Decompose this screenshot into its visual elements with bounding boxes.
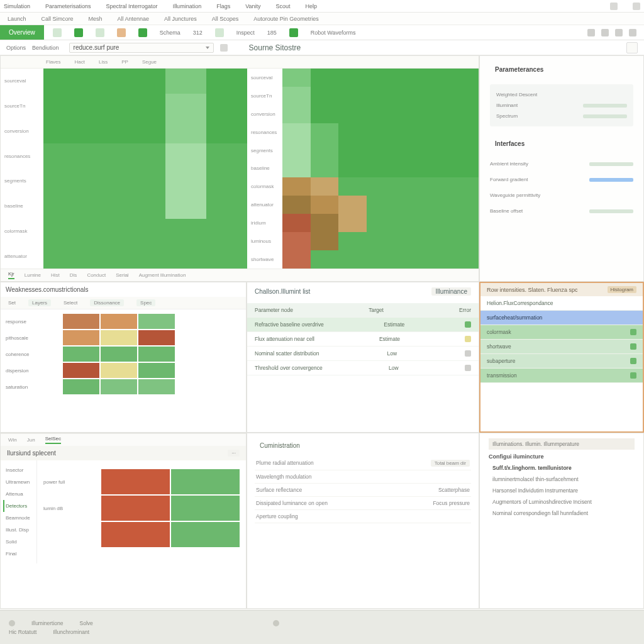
search-icon[interactable] xyxy=(610,3,618,10)
slider[interactable] xyxy=(583,104,627,108)
play-icon[interactable] xyxy=(74,28,83,37)
layers-icon[interactable] xyxy=(215,28,224,37)
row-label: sourceTn xyxy=(247,87,282,105)
menu-item[interactable]: Illumination xyxy=(173,3,202,9)
nav-item[interactable]: Final xyxy=(3,548,34,560)
matrix-title: Weaknesses.comustrictionals xyxy=(1,282,246,297)
row-label: attenuator xyxy=(1,243,43,269)
table-row[interactable]: Aperture coupling xyxy=(255,510,471,523)
detail-row[interactable]: subaperture xyxy=(480,354,643,369)
maximize-icon[interactable] xyxy=(615,29,623,36)
help-icon[interactable] xyxy=(587,29,595,36)
menu-item[interactable]: Help xyxy=(306,3,318,9)
outline-item[interactable]: ilumninertmolacel thin-surfacehment xyxy=(489,474,635,485)
tab[interactable]: SelSec xyxy=(45,436,61,444)
quick-item[interactable]: All Junctures xyxy=(164,16,197,22)
detail-title: Row intensities. Slaten. Fluenza spc xyxy=(487,287,578,293)
menu-item[interactable]: Spectral Interrogator xyxy=(106,3,158,9)
tab[interactable]: Kjr xyxy=(8,271,14,279)
outline-item[interactable]: Suff.t/x.linghorm. temllunistore xyxy=(489,462,635,474)
axis-label: Segue xyxy=(142,59,157,65)
tab[interactable]: Jun xyxy=(27,437,35,443)
list-row[interactable]: Threshold over convergenceLow xyxy=(247,361,479,375)
col-header[interactable]: Spec xyxy=(136,299,155,306)
slider[interactable] xyxy=(589,209,633,213)
nav-item[interactable]: Illust. Disp xyxy=(3,524,34,536)
nav-item[interactable]: Insector xyxy=(3,464,34,476)
pause-icon[interactable] xyxy=(96,28,104,37)
refresh-icon[interactable] xyxy=(220,44,228,52)
row-label: colormask xyxy=(1,219,43,244)
tab[interactable]: Augment Illumination xyxy=(139,272,186,278)
outline-item[interactable]: Harsonsel Individutim Instrumentare xyxy=(489,485,635,496)
menu-item[interactable]: Flags xyxy=(216,3,230,9)
nav-item[interactable]: Detectors xyxy=(3,500,34,512)
quick-item[interactable]: All Scopes xyxy=(212,16,239,22)
slider[interactable] xyxy=(589,162,633,166)
properties-title: Parameterances xyxy=(490,62,633,77)
outline-item[interactable]: Nominal correspondiegn fall hunnfadient xyxy=(489,508,635,519)
table-row[interactable]: Dissipated luminance on openFocus pressu… xyxy=(255,497,471,510)
quick-item[interactable]: Call Simcore xyxy=(42,16,74,22)
detail-tag[interactable]: Histogram xyxy=(608,286,636,293)
tab[interactable]: Serial xyxy=(116,272,128,278)
col-header[interactable]: Select xyxy=(64,300,77,306)
nav-item[interactable]: Beamnode xyxy=(3,512,34,524)
slider[interactable] xyxy=(583,114,627,118)
menu-item[interactable]: Vanity xyxy=(245,3,260,9)
tab[interactable]: Dis xyxy=(70,272,77,278)
chart-icon[interactable] xyxy=(117,28,126,37)
barpanel-nav: Insector Ultramewn Attenua Detectors Bea… xyxy=(1,460,37,564)
save-icon[interactable] xyxy=(53,28,62,37)
close-icon[interactable] xyxy=(629,29,636,36)
tab[interactable]: Conduct xyxy=(87,272,106,278)
quick-item[interactable]: Autoroute Pin Geometries xyxy=(253,16,319,22)
menu-item[interactable]: Parameterisations xyxy=(45,3,91,9)
detail-row[interactable]: colormask xyxy=(480,325,643,340)
detail-row[interactable]: shortwave xyxy=(480,340,643,354)
quick-item[interactable]: All Antennae xyxy=(118,16,150,22)
settings-icon[interactable] xyxy=(633,3,640,10)
row-label: sourceval xyxy=(1,69,43,94)
tab[interactable]: Hist xyxy=(51,272,60,278)
list-row[interactable]: Flux attenuation near cellEstimate xyxy=(247,332,479,347)
axis-label: Liss xyxy=(99,59,108,65)
sheet-icon[interactable] xyxy=(289,28,298,37)
properties-panel: Parameterances Weighted Descent Illumina… xyxy=(479,55,644,282)
detail-row[interactable]: transmission xyxy=(480,369,643,383)
col-header[interactable]: Set xyxy=(8,300,16,306)
list-row[interactable]: Nominal scatter distributionLow xyxy=(247,347,479,361)
row-label: conversion xyxy=(1,119,43,144)
ribbon-number: 312 xyxy=(193,30,203,36)
nav-item[interactable]: Ultramewn xyxy=(3,476,34,488)
namebox-dropdown[interactable]: reduce.surf pure xyxy=(69,43,214,53)
slider[interactable] xyxy=(589,178,633,182)
tab[interactable]: Win xyxy=(8,437,17,443)
detail-row-selected[interactable]: surfaceheat/summation xyxy=(480,311,643,325)
status-bar: Illuminertione Solve Hic Rotatutt Illunc… xyxy=(0,610,644,644)
table-row[interactable]: Surface reflectanceScatterphase xyxy=(255,484,471,497)
quick-item[interactable]: Launch xyxy=(8,16,26,22)
tab[interactable]: Lumine xyxy=(25,272,41,278)
menu-item[interactable]: Scout xyxy=(276,3,291,9)
grid-icon[interactable] xyxy=(138,28,147,37)
ribbon-label: Schema xyxy=(160,30,180,36)
nav-item[interactable]: Attenua xyxy=(3,488,34,500)
table-row[interactable]: Wavelength modulation xyxy=(255,470,471,484)
nav-item[interactable]: Solid xyxy=(3,536,34,548)
col-header: Target xyxy=(369,307,384,313)
col-header[interactable]: Layers xyxy=(28,299,51,306)
quick-item[interactable]: Mesh xyxy=(89,16,103,22)
detail-row[interactable]: Helion.FluxCorrespondance xyxy=(480,296,643,311)
pill[interactable]: ··· xyxy=(228,450,240,457)
status-text: Illunchrominant xyxy=(53,629,89,635)
row-label: shortwave xyxy=(247,250,282,269)
expand-icon[interactable] xyxy=(626,42,638,53)
col-header[interactable]: Dissonance xyxy=(90,299,124,306)
list-pill[interactable]: Illuminance xyxy=(431,287,471,296)
minimize-icon[interactable] xyxy=(601,29,609,36)
list-row[interactable]: Refractive baseline overdriveEstimate xyxy=(247,318,479,332)
menu-item[interactable]: Simulation xyxy=(4,3,30,9)
ribbon-tab-overview[interactable]: Overview xyxy=(0,25,44,40)
outline-item[interactable]: Augmentors of Luminoshdirective Incisent xyxy=(489,496,635,508)
